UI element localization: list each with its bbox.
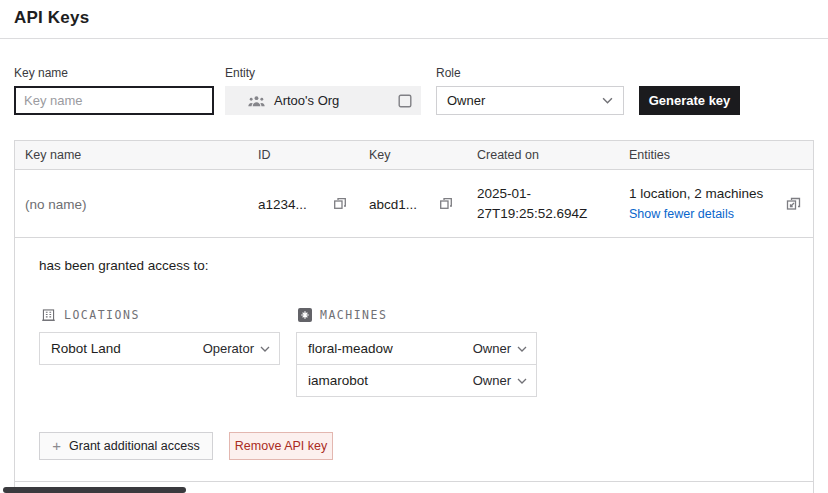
entity-picker[interactable]: Artoo's Org <box>225 86 421 115</box>
grant-additional-access-button[interactable]: + Grant additional access <box>39 432 213 460</box>
row-entities-summary: 1 location, 2 machines <box>629 184 771 204</box>
machine-name: floral-meadow <box>308 341 473 356</box>
api-keys-page: API Keys Key name Entity Role Artoo's Or… <box>0 0 828 493</box>
row-id: a1234... <box>258 196 307 211</box>
location-access-row: Robot Land Operator <box>39 332 280 365</box>
show-fewer-details-link[interactable]: Show fewer details <box>629 204 734 224</box>
machine-role-select[interactable]: Owner <box>473 373 527 388</box>
row-key: abcd1... <box>369 196 417 211</box>
key-details-panel: has been granted access to: LOCATIONS Ro… <box>15 238 813 482</box>
col-header-key-name: Key name <box>25 148 81 162</box>
role-select[interactable]: Owner <box>436 86 624 115</box>
entity-label: Entity <box>225 66 255 80</box>
col-header-entities: Entities <box>629 148 670 162</box>
key-name-input[interactable] <box>14 86 214 115</box>
locations-label: LOCATIONS <box>64 308 140 322</box>
building-icon <box>41 308 56 322</box>
copy-key-icon[interactable] <box>438 196 454 212</box>
machine-role-value: Owner <box>473 341 511 356</box>
generate-key-button[interactable]: Generate key <box>639 86 740 115</box>
machine-access-row: iamarobot Owner <box>296 364 537 397</box>
role-label: Role <box>436 66 461 80</box>
api-keys-table: Key name ID Key Created on Entities (no … <box>14 140 814 493</box>
select-organization-icon <box>398 94 412 108</box>
table-header-row: Key name ID Key Created on Entities <box>15 141 813 170</box>
machine-access-row: floral-meadow Owner <box>296 332 537 365</box>
location-role-value: Operator <box>203 341 254 356</box>
copy-id-icon[interactable] <box>332 196 348 212</box>
machines-heading: MACHINES <box>298 308 387 322</box>
col-header-id: ID <box>258 148 271 162</box>
role-value: Owner <box>447 93 602 108</box>
locations-heading: LOCATIONS <box>41 308 140 322</box>
col-header-key: Key <box>369 148 391 162</box>
machine-role-value: Owner <box>473 373 511 388</box>
page-title: API Keys <box>14 8 89 28</box>
chevron-down-icon <box>602 97 613 104</box>
duplicate-key-icon[interactable] <box>785 195 802 212</box>
location-name: Robot Land <box>51 341 203 356</box>
remove-api-key-button[interactable]: Remove API key <box>229 432 333 460</box>
plus-icon: + <box>52 438 61 453</box>
header-divider <box>0 38 828 39</box>
row-entities-cell: 1 location, 2 machines Show fewer detail… <box>629 184 771 224</box>
grant-button-label: Grant additional access <box>69 439 200 453</box>
row-created-on: 2025-01-27T19:25:52.694Z <box>477 184 605 224</box>
table-row: (no name) a1234... abcd1... 2025-01-27T1… <box>15 170 813 238</box>
chevron-down-icon <box>517 346 527 352</box>
row-key-name: (no name) <box>25 196 87 211</box>
organization-people-icon <box>247 94 266 108</box>
chevron-down-icon <box>260 346 270 352</box>
horizontal-scrollbar-thumb[interactable] <box>3 487 186 493</box>
key-name-label: Key name <box>14 66 68 80</box>
machine-icon <box>298 308 312 322</box>
location-role-select[interactable]: Operator <box>203 341 270 356</box>
entity-value: Artoo's Org <box>274 93 398 108</box>
access-intro-text: has been granted access to: <box>39 258 209 273</box>
machine-name: iamarobot <box>308 373 473 388</box>
chevron-down-icon <box>517 378 527 384</box>
col-header-created: Created on <box>477 148 539 162</box>
machines-label: MACHINES <box>320 308 387 322</box>
machine-role-select[interactable]: Owner <box>473 341 527 356</box>
